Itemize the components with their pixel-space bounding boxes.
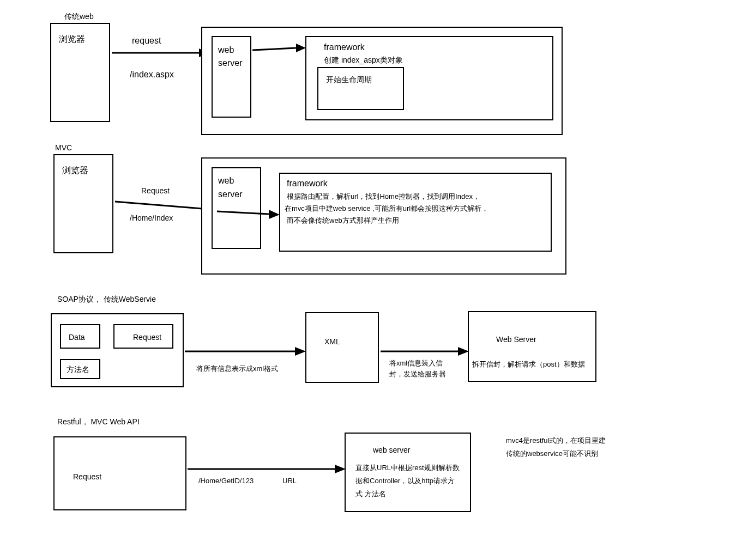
web-server-label-3: Web Server: [496, 335, 536, 344]
browser-label-1: 浏览器: [59, 34, 85, 45]
svg-marker-11: [458, 347, 469, 356]
request-label-4: Request: [73, 472, 101, 481]
path-label-1: /index.aspx: [130, 70, 174, 80]
rest-note-a: mvc4是restful式的，在项目里建: [506, 436, 606, 446]
section2-title: MVC: [55, 143, 72, 152]
lifecycle-box-1: [317, 67, 404, 110]
path-label-4: /Home/GetID/123: [198, 477, 254, 485]
section1-title: 传统web: [64, 12, 94, 22]
request-label-3: Request: [133, 333, 161, 342]
web-server-label-4: web server: [373, 446, 410, 454]
svg-marker-3: [296, 44, 306, 52]
section4-title: Restful， MVC Web API: [57, 417, 140, 427]
section3-title: SOAP协议， 传统WebServie: [57, 295, 156, 305]
lifecycle-label-1: 开始生命周期: [326, 75, 372, 85]
ws-line4-3: 式 方法名: [355, 489, 386, 499]
browser-label-2: 浏览器: [62, 165, 88, 176]
web-label-1b: server: [218, 58, 242, 68]
arrow-request-to-server-4: [188, 461, 346, 477]
svg-marker-9: [295, 347, 306, 356]
svg-line-6: [217, 211, 269, 214]
svg-line-4: [115, 202, 202, 209]
arrow-server-to-framework-2: [217, 206, 280, 222]
framework-line2-3: 而不会像传统web方式那样产生作用: [287, 216, 399, 226]
web-label-2b: server: [218, 190, 242, 199]
arrow-server-to-framework-1: [252, 44, 306, 57]
xml-box: [305, 312, 379, 383]
framework-title-2: framework: [287, 179, 328, 188]
arrow-xml-to-server: [381, 343, 469, 360]
web-label-1a: web: [218, 45, 234, 55]
arrow-browser-to-server-1: [112, 46, 209, 60]
rest-note-b: 传统的webservice可能不识别: [506, 449, 598, 459]
request-label-2: Request: [141, 186, 170, 195]
svg-marker-7: [269, 210, 280, 219]
framework-sub-1: 创建 index_aspx类对象: [324, 56, 403, 65]
ws-line4-2: 据和Controller，以及http请求方: [355, 476, 455, 486]
svg-line-2: [252, 48, 296, 50]
url-label-4: URL: [282, 477, 297, 485]
web-label-2a: web: [218, 176, 234, 186]
soap-note1: 将所有信息表示成xml格式: [196, 364, 278, 374]
request-label-1: request: [132, 36, 161, 46]
svg-marker-13: [335, 465, 346, 473]
soap-note3: 拆开信封，解析请求（post）和数据: [472, 360, 585, 369]
web-server-box-3: [468, 311, 596, 382]
framework-line2-2: 在mvc项目中建web service ,可能所有url都会按照这种方式解析，: [285, 204, 488, 214]
framework-line2-1: 根据路由配置，解析url，找到Home控制器，找到调用Index，: [287, 192, 480, 202]
method-name-label: 方法名: [67, 365, 89, 375]
framework-title-1: framework: [324, 42, 365, 52]
data-label: Data: [69, 333, 85, 342]
arrow-soap-to-xml: [185, 343, 306, 360]
soap-note2a: 将xml信息装入信: [389, 358, 443, 368]
soap-note2b: 封，发送给服务器: [389, 369, 446, 379]
ws-line4-1: 直接从URL中根据rest规则解析数: [355, 463, 460, 473]
arrow-browser-to-server-2: [115, 199, 213, 218]
xml-label: XML: [324, 337, 340, 346]
